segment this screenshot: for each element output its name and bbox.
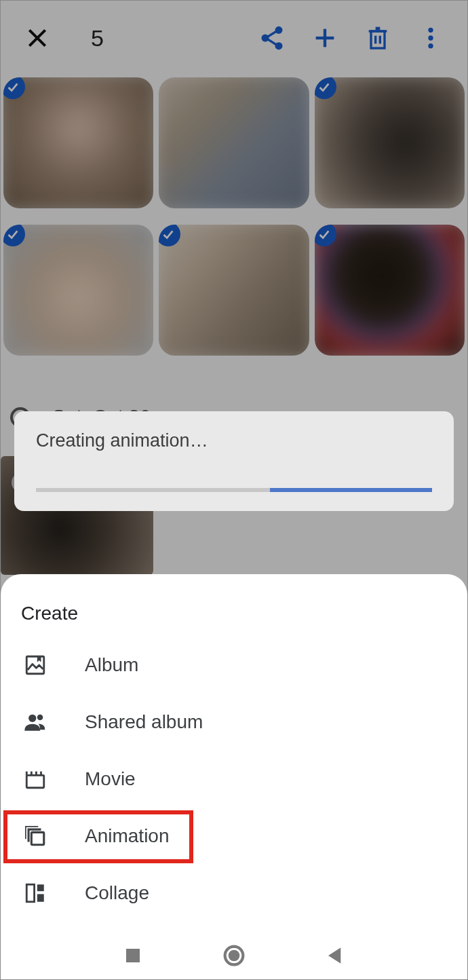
menu-item-label: Collage bbox=[85, 882, 149, 904]
nav-home-icon[interactable] bbox=[220, 942, 248, 969]
create-bottom-sheet: Create Album bbox=[1, 574, 467, 979]
svg-point-32 bbox=[229, 950, 240, 962]
nav-back-icon[interactable] bbox=[321, 942, 349, 969]
shared-album-icon bbox=[24, 711, 47, 734]
sheet-title: Create bbox=[1, 603, 467, 637]
menu-item-label: Album bbox=[85, 654, 138, 676]
menu-item-label: Animation bbox=[85, 825, 170, 847]
svg-rect-28 bbox=[37, 884, 44, 891]
menu-item-shared-album[interactable]: Shared album bbox=[1, 694, 467, 751]
svg-rect-18 bbox=[26, 656, 44, 674]
svg-marker-33 bbox=[328, 947, 340, 963]
animation-icon bbox=[24, 825, 47, 848]
svg-point-19 bbox=[28, 715, 36, 722]
system-nav-bar bbox=[1, 932, 467, 979]
progress-fill bbox=[270, 488, 432, 492]
menu-item-album[interactable]: Album bbox=[1, 637, 467, 694]
snackbar-message: Creating animation… bbox=[36, 430, 432, 451]
snackbar: Creating animation… bbox=[14, 411, 454, 511]
movie-icon bbox=[24, 768, 47, 791]
svg-rect-27 bbox=[26, 884, 34, 902]
progress-bar bbox=[36, 488, 432, 492]
create-menu: Album Shared album bbox=[1, 637, 467, 922]
svg-rect-26 bbox=[31, 832, 43, 844]
menu-item-animation[interactable]: Animation bbox=[1, 808, 467, 865]
svg-point-20 bbox=[37, 715, 43, 721]
collage-icon bbox=[24, 882, 47, 905]
svg-rect-30 bbox=[126, 949, 140, 962]
svg-rect-21 bbox=[26, 775, 44, 787]
screen: 5 bbox=[0, 0, 468, 980]
menu-item-movie[interactable]: Movie bbox=[1, 751, 467, 808]
menu-item-collage[interactable]: Collage bbox=[1, 865, 467, 922]
menu-item-label: Movie bbox=[85, 768, 136, 790]
menu-item-label: Shared album bbox=[85, 711, 203, 733]
album-icon bbox=[24, 654, 47, 677]
nav-recent-icon[interactable] bbox=[119, 942, 147, 969]
svg-rect-29 bbox=[37, 894, 44, 901]
